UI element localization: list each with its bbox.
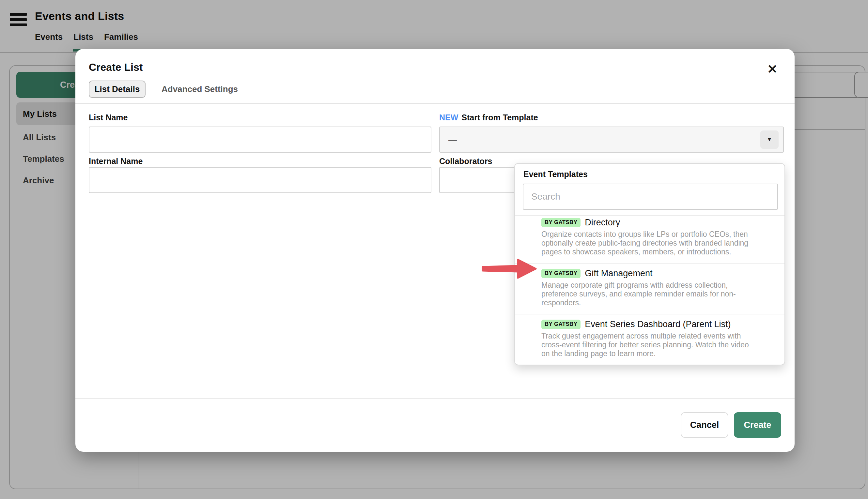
template-title: Directory: [585, 218, 620, 228]
by-gatsby-badge: BY GATSBY: [541, 320, 580, 329]
by-gatsby-badge: BY GATSBY: [541, 218, 580, 227]
template-item-gift-management[interactable]: BY GATSBY Gift Management Manage corpora…: [515, 264, 784, 314]
internal-name-label: Internal Name: [89, 157, 143, 166]
annotation-arrow-icon: [481, 258, 538, 279]
template-item-header: BY GATSBY Event Series Dashboard (Parent…: [541, 319, 771, 329]
create-button[interactable]: Create: [734, 412, 781, 438]
cancel-button[interactable]: Cancel: [681, 412, 728, 438]
list-name-input[interactable]: [89, 126, 431, 153]
template-item-header: BY GATSBY Directory: [541, 218, 771, 228]
collaborators-label: Collaborators: [439, 157, 492, 166]
template-item-header: BY GATSBY Gift Management: [541, 268, 771, 279]
start-from-template-label: NEWStart from Template: [439, 113, 538, 122]
tab-advanced-settings[interactable]: Advanced Settings: [161, 81, 238, 98]
template-search-input[interactable]: [523, 184, 778, 210]
template-description: Organize contacts into groups like LPs o…: [541, 230, 771, 256]
event-templates-popup: Event Templates BY GATSBY Directory Orga…: [514, 163, 785, 365]
template-title: Event Series Dashboard (Parent List): [585, 319, 731, 329]
popup-title: Event Templates: [523, 170, 784, 179]
template-item-directory[interactable]: BY GATSBY Directory Organize contacts in…: [515, 216, 784, 264]
template-title: Gift Management: [585, 268, 652, 279]
template-selected-value: —: [448, 135, 457, 145]
template-description: Manage corporate gift programs with addr…: [541, 281, 771, 307]
close-icon[interactable]: ✕: [762, 60, 783, 78]
new-badge: NEW: [439, 113, 458, 122]
modal-header-divider: [75, 104, 795, 104]
modal-footer-divider: [75, 398, 795, 399]
template-description: Track guest engagement across multiple r…: [541, 332, 771, 358]
tab-list-details[interactable]: List Details: [89, 81, 146, 98]
template-list: BY GATSBY Directory Organize contacts in…: [515, 215, 784, 365]
create-list-modal: Create List ✕ List Details Advanced Sett…: [75, 49, 795, 452]
screen: Events and Lists Events Lists Families C…: [0, 0, 868, 499]
list-name-label: List Name: [89, 113, 128, 122]
internal-name-input[interactable]: [89, 167, 431, 193]
by-gatsby-badge: BY GATSBY: [541, 269, 580, 278]
modal-title: Create List: [89, 61, 143, 73]
template-select[interactable]: — ▼: [439, 126, 784, 153]
chevron-down-icon[interactable]: ▼: [760, 131, 779, 149]
template-item-event-series-dashboard[interactable]: BY GATSBY Event Series Dashboard (Parent…: [515, 314, 784, 365]
